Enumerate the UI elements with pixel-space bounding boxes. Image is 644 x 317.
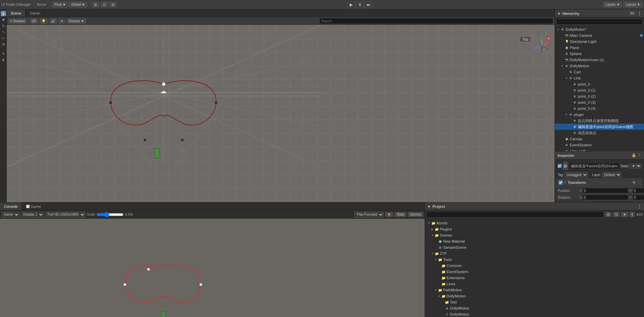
project-item-5[interactable]: ▼📁ZYF — [426, 250, 643, 257]
display-select[interactable]: Display 1 — [21, 212, 44, 218]
play-mode-select[interactable]: Play Focused — [354, 212, 384, 218]
rotate-tool[interactable]: ↻ — [1, 23, 6, 28]
project-item-0[interactable]: ▼📁Assets — [426, 220, 643, 226]
layers-button[interactable]: Layers ▼ — [603, 2, 622, 7]
move-tool[interactable]: ✚ — [1, 17, 6, 22]
custom-tool-1[interactable]: ✦ — [1, 51, 6, 56]
custom-tool-2[interactable]: ◈ — [1, 57, 6, 62]
hierarchy-item-7[interactable]: ▶⊕Cart — [555, 69, 644, 75]
hierarchy-item-10[interactable]: ▶⊕point_0 (1) — [555, 87, 644, 93]
transform-menu[interactable]: ⋮ — [637, 180, 640, 184]
rect-button[interactable]: ⊟ — [109, 2, 117, 7]
hierarchy-search-input[interactable] — [556, 19, 643, 25]
2d-button[interactable]: 2D — [30, 19, 38, 24]
scale-tool[interactable]: ⤡ — [1, 29, 6, 34]
object-enabled-checkbox[interactable] — [558, 164, 562, 168]
rotation-x-input[interactable] — [583, 195, 628, 200]
rotation-y-input[interactable] — [633, 195, 644, 200]
lighting-button[interactable]: 💡 — [39, 19, 48, 24]
play-button[interactable]: ▶ — [347, 1, 355, 8]
project-item-7[interactable]: ▶📁Common — [426, 263, 643, 269]
project-item-15[interactable]: ▶#DollyMotion — [426, 311, 643, 317]
proj-btn-3[interactable]: ★ — [621, 212, 628, 217]
hierarchy-item-13[interactable]: ▶⊕point_0 (4) — [555, 105, 644, 112]
shading-button[interactable]: ≡ Shaded — [8, 19, 27, 24]
project-item-14[interactable]: ▶⊕DollyMotion — [426, 305, 643, 311]
viewport-search[interactable] — [319, 18, 553, 24]
object-name-input[interactable] — [569, 163, 619, 169]
global-button[interactable]: Global ▼ — [69, 2, 87, 7]
hierarchy-plus[interactable]: + — [558, 11, 560, 16]
position-y-input[interactable] — [633, 188, 644, 193]
resolution-select[interactable]: Full HD (1920x1080) — [45, 212, 85, 218]
snap-button[interactable]: ⊡ — [101, 2, 108, 7]
project-search-input[interactable] — [426, 212, 603, 218]
hierarchy-item-3[interactable]: ▶▣Plane — [555, 45, 644, 51]
project-item-4[interactable]: ▶⊞SampleScene — [426, 244, 643, 250]
scene-background[interactable]: ☁ X Y Z ✕ — [7, 25, 555, 202]
scale-slider[interactable] — [97, 212, 124, 217]
mute-button[interactable]: 🔇 — [385, 212, 393, 217]
transform-tool[interactable]: ⊕ — [1, 41, 6, 47]
hand-tool[interactable]: ✋ — [1, 11, 6, 16]
layer-select[interactable]: Default — [602, 172, 621, 177]
hierarchy-item-19[interactable]: ▶⊕EventSystem — [555, 142, 644, 148]
step-button[interactable]: ⏭ — [365, 1, 373, 8]
audio-button[interactable]: 🔊 — [49, 19, 57, 24]
hierarchy-item-1[interactable]: ▶📷Main Camera — [555, 32, 644, 39]
tab-game[interactable]: Game — [26, 9, 44, 17]
hierarchy-item-2[interactable]: ▶💡Directional Light — [555, 39, 644, 45]
game-gizmos-button[interactable]: Gizmos — [408, 212, 423, 217]
transform-settings[interactable]: ⚙ — [633, 180, 636, 184]
position-x-input[interactable] — [583, 188, 628, 193]
effects-button[interactable]: ✦ — [58, 19, 65, 24]
proj-btn-4[interactable]: ℹ — [629, 212, 635, 217]
hierarchy-item-18[interactable]: ▶▣Canvas — [555, 136, 644, 142]
hierarchy-item-12[interactable]: ▶⊕point_0 (3) — [555, 99, 644, 105]
hierarchy-item-16[interactable]: ▶⊕编辑器选中point后同步Game视图 — [555, 124, 644, 130]
project-menu[interactable]: ⋮ — [637, 204, 641, 209]
all-dropdown[interactable]: All — [628, 11, 636, 16]
project-item-2[interactable]: ▼📁Scenes — [426, 232, 643, 238]
project-item-10[interactable]: ▶📁Lines — [426, 281, 643, 287]
hierarchy-item-8[interactable]: ▼⊕Line — [555, 75, 644, 81]
inspector-lock[interactable]: 🔒 — [632, 153, 636, 157]
transform-enabled[interactable] — [559, 180, 563, 185]
game-tab[interactable]: ⬜ Game — [22, 202, 45, 210]
hierarchy-item-4[interactable]: ▶⊕Sphere — [555, 51, 644, 57]
tab-scene[interactable]: Scene — [7, 9, 26, 17]
project-item-1[interactable]: ▶📁Plugins — [426, 226, 643, 232]
proj-btn-2[interactable]: ⊡ — [613, 212, 620, 217]
hierarchy-item-0[interactable]: ▼⊕DollyMotion* — [555, 26, 644, 32]
gizmos-btn[interactable]: Gizmos ▼ — [66, 19, 86, 24]
proj-btn-1[interactable]: ⊞ — [605, 212, 612, 217]
rect-tool[interactable]: ▭ — [1, 35, 6, 41]
project-item-3[interactable]: ▶⬟New Material — [426, 238, 643, 244]
inspector-menu[interactable]: ⋮ — [638, 153, 641, 157]
project-item-11[interactable]: ▼📁PathMotion — [426, 287, 643, 293]
game-mode-select[interactable]: Game — [1, 212, 20, 218]
project-plus[interactable]: + — [428, 204, 430, 209]
hierarchy-item-20[interactable]: ▶⊕Line_path — [555, 148, 644, 151]
hierarchy-menu[interactable]: ⋮ — [637, 11, 641, 16]
project-item-13[interactable]: ▶📁Test — [426, 299, 643, 305]
stats-button[interactable]: Stats — [395, 212, 406, 217]
static-dropdown[interactable]: ▼ — [629, 164, 642, 169]
project-item-12[interactable]: ▼📁DollyMotion — [426, 293, 643, 299]
pivot-button[interactable]: Pivot ▼ — [52, 2, 68, 7]
grid-button[interactable]: ⊞ — [92, 2, 99, 7]
tag-select[interactable]: Untagged — [564, 172, 588, 177]
hierarchy-item-6[interactable]: ▼⊕DollyMotion — [555, 63, 644, 69]
transform-header[interactable]: Transform ⚙ ⋮ — [557, 179, 642, 186]
project-item-9[interactable]: ▶📁Extensions — [426, 275, 643, 281]
hierarchy-item-5[interactable]: ▶📷DollyMotionVcam (1) — [555, 57, 644, 63]
layout-button[interactable]: Layout ▼ — [623, 2, 643, 7]
hierarchy-item-15[interactable]: ▶⊕起点到终点速度控制曲线 — [555, 118, 644, 124]
project-item-8[interactable]: ▶📁EventSystem — [426, 269, 643, 275]
console-tab[interactable]: Console — [0, 202, 22, 210]
pause-button[interactable]: ⏸ — [356, 1, 364, 8]
project-item-6[interactable]: ▼📁Tools — [426, 257, 643, 263]
hierarchy-item-17[interactable]: ▶⊕动态添加点 — [555, 130, 644, 136]
hierarchy-item-9[interactable]: ▶⊕point_0 — [555, 81, 644, 87]
hierarchy-item-11[interactable]: ▶⊕point_0 (2) — [555, 93, 644, 99]
